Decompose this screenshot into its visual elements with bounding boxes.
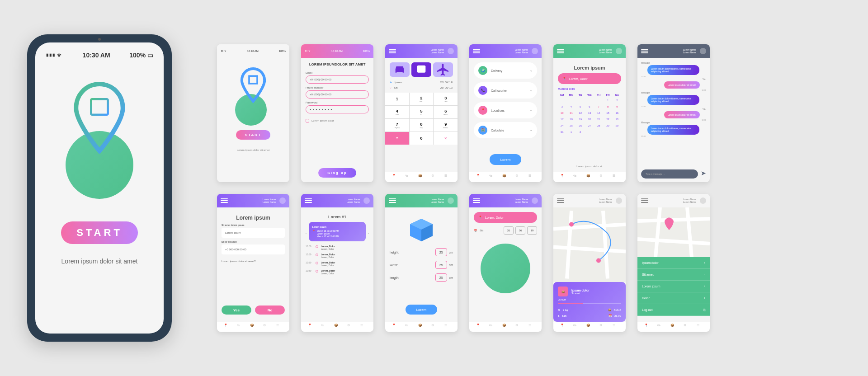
message-input[interactable]: Type a message ...	[641, 169, 698, 179]
plane-icon[interactable]	[433, 62, 453, 77]
pin-nav-icon[interactable]: 📍	[224, 324, 230, 330]
menu-dolor[interactable]: Dolor›	[637, 292, 710, 304]
bag-nav-icon[interactable]: 🛍	[321, 324, 327, 330]
lorem-button[interactable]: Lorem	[490, 154, 522, 165]
no-button[interactable]: No	[255, 306, 285, 315]
password-input[interactable]: ●●●●●●●●	[306, 105, 369, 113]
length-input[interactable]: 25	[435, 273, 447, 282]
date-day[interactable]: 26	[504, 226, 514, 235]
calculate-option[interactable]: 🧮Calculate⌄	[474, 122, 537, 138]
menu-logout[interactable]: Log out⎘	[637, 304, 710, 316]
menu-ipsum-dolor[interactable]: Ipsum dolor›	[637, 257, 710, 269]
bag-nav-icon[interactable]: 🛍	[573, 324, 580, 330]
gear-nav-icon[interactable]: ⚙	[515, 324, 522, 330]
avatar[interactable]	[279, 197, 286, 204]
box-nav-icon[interactable]: 📦	[502, 174, 509, 180]
location-pill[interactable]: 📍Lorem, Dolor	[558, 73, 621, 84]
height-input[interactable]: 25	[435, 248, 447, 256]
box-nav-icon[interactable]: 📦	[334, 324, 340, 330]
gear-nav-icon[interactable]: ⚙	[515, 174, 522, 180]
avatar[interactable]	[532, 48, 538, 54]
menu-nav-icon[interactable]: ☰	[444, 174, 451, 180]
pin-nav-icon[interactable]: 📍	[308, 324, 314, 330]
box-nav-icon[interactable]: 📦	[418, 174, 425, 180]
remember-checkbox[interactable]: Lorem ipsum dolor	[306, 119, 369, 122]
gear-nav-icon[interactable]: ⚙	[431, 324, 438, 330]
key-8[interactable]: 8TUV	[410, 119, 434, 132]
calendar-body[interactable]: 1234567891011121314151617181920212223242…	[558, 98, 621, 135]
pin-nav-icon[interactable]: 📍	[392, 324, 398, 330]
menu-nav-icon[interactable]: ☰	[276, 324, 283, 330]
menu-nav-icon[interactable]: ☰	[613, 324, 619, 330]
menu-sit-amet[interactable]: Sit amet›	[637, 269, 710, 281]
pin-nav-icon[interactable]: 📍	[476, 174, 482, 180]
menu-icon[interactable]	[473, 49, 480, 53]
box-nav-icon[interactable]: 📦	[502, 324, 509, 330]
location-pill[interactable]: 📍Lorem, Dolor	[474, 212, 537, 223]
gear-nav-icon[interactable]: ⚙	[599, 174, 606, 180]
key-4[interactable]: 4GHI	[385, 106, 409, 118]
chevron-right-icon[interactable]: ›	[368, 231, 369, 235]
key-0[interactable]: 0	[410, 132, 434, 145]
courier-option[interactable]: 📞Call courier⌄	[474, 82, 537, 99]
pin-nav-icon[interactable]: 📍	[476, 324, 482, 330]
locations-option[interactable]: 📍Locations⌄	[474, 102, 537, 118]
pin-nav-icon[interactable]: 📍	[392, 174, 398, 180]
lorem-button[interactable]: Lorem	[406, 305, 438, 315]
field1-input[interactable]: Lorem ipsum	[222, 228, 285, 238]
menu-icon[interactable]	[389, 198, 396, 203]
menu-icon[interactable]	[641, 49, 648, 53]
gear-nav-icon[interactable]: ⚙	[599, 324, 606, 330]
bag-nav-icon[interactable]: 🛍	[405, 324, 411, 330]
box-nav-icon[interactable]: 📦	[670, 324, 677, 330]
map-view[interactable]	[637, 207, 710, 257]
chevron-left-icon[interactable]: ‹	[306, 231, 307, 235]
avatar[interactable]	[448, 48, 454, 54]
menu-nav-icon[interactable]: ☰	[444, 324, 451, 330]
start-button[interactable]: START	[236, 130, 270, 140]
signup-button[interactable]: Sing up	[318, 168, 356, 178]
delivery-option[interactable]: 🌍Delivery⌄	[474, 62, 537, 79]
bag-nav-icon[interactable]: 🛍	[489, 324, 495, 330]
pin-nav-icon[interactable]: 📍	[644, 324, 651, 330]
bag-nav-icon[interactable]: 🛍	[405, 174, 411, 180]
send-icon[interactable]: ➤	[701, 169, 706, 179]
pin-nav-icon[interactable]: 📍	[560, 174, 566, 180]
menu-nav-icon[interactable]: ☰	[360, 324, 367, 330]
gear-nav-icon[interactable]: ⚙	[684, 324, 690, 330]
bag-nav-icon[interactable]: 🛍	[657, 324, 664, 330]
map-view[interactable]	[553, 207, 626, 282]
menu-nav-icon[interactable]: ☰	[613, 174, 619, 180]
box-nav-icon[interactable]: 📦	[586, 174, 593, 180]
box-nav-icon[interactable]: 📦	[586, 324, 593, 330]
menu-icon[interactable]	[221, 198, 228, 203]
start-button[interactable]: START	[61, 221, 138, 244]
menu-icon[interactable]	[557, 49, 564, 53]
avatar[interactable]	[363, 197, 370, 204]
menu-icon[interactable]	[641, 198, 648, 203]
avatar[interactable]	[700, 197, 706, 204]
box-nav-icon[interactable]: 📦	[418, 324, 425, 330]
car-icon[interactable]	[390, 62, 410, 77]
key-2[interactable]: 2ABC	[410, 93, 434, 105]
phone-input[interactable]: +0 (000) 00-00-00	[306, 90, 369, 99]
menu-icon[interactable]	[557, 198, 564, 203]
bag-nav-icon[interactable]: 🛍	[237, 324, 243, 330]
menu-icon[interactable]	[389, 49, 396, 53]
pin-nav-icon[interactable]: 📍	[560, 324, 566, 330]
menu-nav-icon[interactable]: ☰	[697, 324, 703, 330]
key-1[interactable]: 1	[385, 93, 409, 105]
date-month[interactable]: 06	[515, 226, 525, 235]
gear-nav-icon[interactable]: ⚙	[263, 324, 269, 330]
menu-icon[interactable]	[305, 198, 312, 203]
bag-nav-icon[interactable]: 🛍	[489, 174, 495, 180]
key-7[interactable]: 7PQRS	[385, 119, 409, 132]
yes-button[interactable]: Yes	[222, 306, 251, 315]
key-9[interactable]: 9WXYZ	[434, 119, 458, 132]
avatar[interactable]	[616, 197, 622, 204]
key-6[interactable]: 6MNO	[434, 106, 458, 118]
date-year[interactable]: 19	[527, 226, 537, 235]
key-3[interactable]: 3DEF	[434, 93, 458, 105]
avatar[interactable]	[532, 197, 538, 204]
gear-nav-icon[interactable]: ⚙	[431, 174, 438, 180]
